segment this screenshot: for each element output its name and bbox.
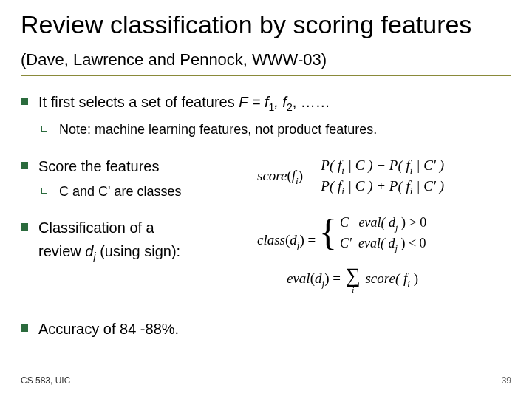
text: class xyxy=(257,232,285,248)
text: d xyxy=(85,243,93,259)
slide-body: It first selects a set of features F = f… xyxy=(21,92,511,338)
text: F = f xyxy=(239,94,268,110)
formula-score: score(fi) = P( fi | C ) − P( fi | C' ) P… xyxy=(257,157,511,197)
text: | C ) − P( f xyxy=(344,157,410,173)
slide: Review classification by scoring feature… xyxy=(0,0,532,399)
text: ) xyxy=(410,270,418,286)
footer-left: CS 583, UIC xyxy=(21,375,70,386)
hollow-square-bullet-icon xyxy=(41,126,47,132)
text: eval( d xyxy=(358,236,395,250)
subbullet-note: Note: machine learning features, not pro… xyxy=(21,121,511,138)
text: review xyxy=(38,243,85,259)
text: Score the features xyxy=(38,158,159,174)
title-main: Review classification by scoring feature… xyxy=(21,10,471,38)
text: C and C' are classes xyxy=(59,184,182,199)
text: Classification of a xyxy=(38,219,154,236)
text: d xyxy=(290,232,297,248)
text: C' xyxy=(340,236,352,250)
text: = xyxy=(303,168,318,183)
text: = xyxy=(330,270,344,286)
text: | C' ) xyxy=(412,157,444,173)
square-bullet-icon xyxy=(21,223,28,231)
text: P( f xyxy=(321,157,341,173)
text: i xyxy=(352,286,354,294)
square-bullet-icon xyxy=(21,98,28,105)
row-score: Score the features C and C' are classes … xyxy=(21,157,511,200)
cases: { C eval( dj ) > 0 C' eval( dj ) < 0 xyxy=(319,214,426,255)
text: (using sign): xyxy=(96,243,181,259)
page-number: 39 xyxy=(502,375,511,386)
text: j xyxy=(321,278,324,289)
text: , …… xyxy=(293,94,330,110)
text: P( f xyxy=(321,178,341,194)
text: , f xyxy=(274,94,287,110)
text: score( f xyxy=(365,270,407,286)
sum-icon: ∑ i xyxy=(346,265,361,294)
row-class: Classification of a review dj (using sig… xyxy=(21,218,511,299)
text: Note: machine learning features, not pro… xyxy=(59,122,377,137)
text: score xyxy=(257,168,287,183)
footer: CS 583, UIC 39 xyxy=(21,375,511,386)
bullet-classification-line2: review dj (using sign): xyxy=(21,242,242,263)
bullet-score: Score the features xyxy=(21,157,242,176)
text: 2 xyxy=(287,101,293,113)
formula-class-eval: class(dj) = { C eval( dj ) > 0 C' eval( … xyxy=(257,214,511,294)
subbullet-classes: C and C' are classes xyxy=(21,183,242,200)
text: | C' ) xyxy=(412,178,444,194)
text: eval( d xyxy=(359,215,395,230)
fraction: P( fi | C ) − P( fi | C' ) P( fi | C ) +… xyxy=(318,157,447,197)
text: C xyxy=(340,215,349,230)
brace-icon: { xyxy=(319,214,337,255)
bullet-features: It first selects a set of features F = f… xyxy=(21,92,511,114)
hollow-square-bullet-icon xyxy=(41,188,47,194)
text: It first selects a set of features xyxy=(38,94,239,110)
title-rule xyxy=(21,75,511,76)
text: eval xyxy=(287,270,310,286)
bullet-accuracy: Accuracy of 84 -88%. xyxy=(21,319,511,338)
text: ) > 0 xyxy=(398,215,427,230)
text: Accuracy of 84 -88%. xyxy=(38,321,179,337)
bullet-classification: Classification of a xyxy=(21,218,242,237)
text: | C ) + P( f xyxy=(344,178,410,194)
text: j xyxy=(297,239,300,250)
square-bullet-icon xyxy=(21,162,28,169)
slide-title: Review classification by scoring feature… xyxy=(21,9,511,72)
formula-eval: eval(dj) = ∑ i score( fi ) xyxy=(287,265,511,294)
text: ) < 0 xyxy=(398,236,426,250)
text: = xyxy=(304,232,319,248)
square-bullet-icon xyxy=(21,324,28,332)
title-citation: (Dave, Lawrence and Pennock, WWW-03) xyxy=(21,50,327,69)
